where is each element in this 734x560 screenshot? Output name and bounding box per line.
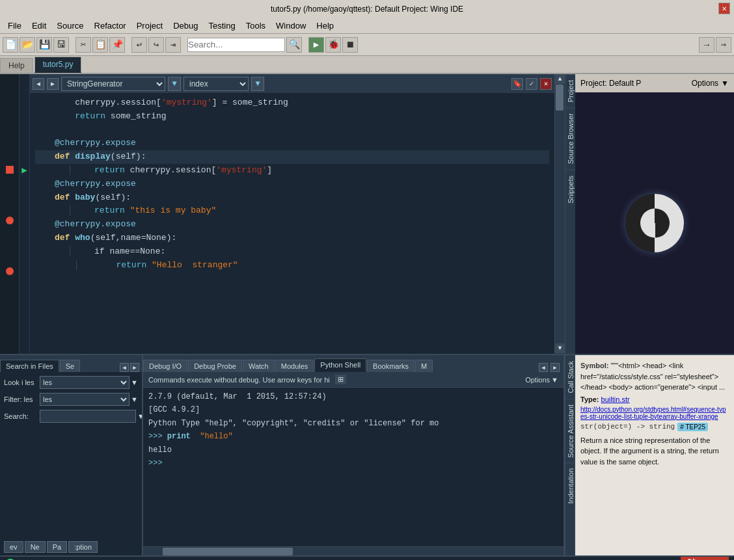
open-btn[interactable]: 📂 [20,37,35,53]
code-line [35,124,549,137]
shell-tab-prev[interactable]: ◀ [539,363,548,372]
tab-bookmarks[interactable]: Bookmarks [367,360,415,372]
step-btn[interactable]: → [699,37,714,53]
shell-options-arrow[interactable]: ▼ [551,376,558,384]
tab-python-shell[interactable]: Python Shell [314,358,366,372]
tab-debug-io[interactable]: Debug I/O [143,360,187,372]
run-btn[interactable]: ▶ [308,37,324,53]
menu-file[interactable]: File [3,20,27,32]
scroll-up-arrow[interactable]: ▲ [555,74,565,85]
new-file-btn[interactable]: 📄 [3,37,18,53]
cut-btn[interactable]: ✂ [75,37,91,53]
class-select-arrow[interactable]: ▼ [168,77,181,91]
shell-prompt-line: >>> [148,457,558,470]
code-editor[interactable]: cherrypy.session['mystring'] = some_stri… [30,94,554,354]
str-sig-row: str(object=) -> string # TEP25 [580,423,729,431]
filter-arrow[interactable]: ▼ [131,395,138,403]
window-title: tutor5.py (/home/gaoy/qttest): Default P… [271,5,463,14]
redo-btn[interactable]: ↪ [148,37,164,53]
vtab-call-stack[interactable]: Call Stack [565,355,575,399]
save-btn[interactable]: 💾 [36,37,52,53]
code-line: def display(self): [35,150,549,164]
debug-btn[interactable]: 🐞 [325,37,341,53]
wing-yin-yang [625,194,684,252]
vtab-source-browser[interactable]: Source Browser [565,107,575,169]
search-input[interactable] [40,410,136,423]
menu-refactor[interactable]: Refactor [89,20,131,32]
search-tabs: Search in Files Se ◀ ▶ [0,355,142,372]
shell-hscrollbar[interactable] [143,546,564,555]
se-tab[interactable]: Se [60,360,80,372]
nav-back[interactable]: ◀ [33,78,44,90]
options-arrow[interactable]: ▼ [721,79,729,88]
tab-debug-probe[interactable]: Debug Probe [188,360,242,372]
menu-help[interactable]: Help [311,20,339,32]
search-label-text: Search: [4,412,40,420]
search-dropdown-arrow[interactable]: ▼ [137,412,142,420]
highlight-tag: # TEP25 [677,423,708,431]
tick-icon[interactable]: ✓ [526,78,537,90]
menu-debug[interactable]: Debug [168,20,203,32]
look-in-select[interactable]: les [40,376,129,389]
python-docs-link[interactable]: http://docs.python.org/stdtypes.html#seq… [580,406,729,420]
tab-modules[interactable]: Modules [275,360,314,372]
shell-tab-next[interactable]: ▶ [550,363,560,372]
search-go-btn[interactable]: 🔍 [286,37,302,53]
scroll-down-arrow[interactable]: ▼ [555,343,565,354]
tab-help[interactable]: Help [0,58,33,73]
vtab-source-assistant[interactable]: Source Assistant [565,399,575,463]
toolbar-search[interactable] [187,38,285,52]
nav-forward[interactable]: ▶ [47,78,59,90]
stop-btn[interactable]: ⏹ [342,37,358,53]
type-link[interactable]: builtin.str [601,395,630,403]
search-in-files-tab[interactable]: Search in Files [0,360,59,372]
paste-btn[interactable]: 📌 [109,37,125,53]
tab-next-arrow[interactable]: ▶ [130,363,139,372]
shell-options-btn[interactable]: Options [525,376,550,384]
menu-tools[interactable]: Tools [241,20,271,32]
ev-btn[interactable]: ev [4,541,23,553]
shell-line: Python Type "help", "copyright", "credit… [148,417,558,430]
ption-btn[interactable]: :ption [68,541,98,553]
shell-line: hello [148,444,558,457]
nav-btn[interactable]: ⇒ [716,37,731,53]
menu-window[interactable]: Window [271,20,311,32]
options-btn[interactable]: Options [692,79,718,88]
shell-content[interactable]: 2.7.9 (default, Mar 1 2015, 12:57:24) [G… [143,388,564,546]
undo-btn[interactable]: ↩ [131,37,147,53]
tab-watch[interactable]: Watch [243,360,275,372]
tab-m[interactable]: M [415,360,433,372]
func-selector[interactable]: index [184,77,249,91]
tab-prev-arrow[interactable]: ◀ [120,363,129,372]
func-select-arrow[interactable]: ▼ [251,77,264,91]
toolbar: 📄 📂 💾 🖫 ✂ 📋 📌 ↩ ↪ ⇥ 🔍 ▶ 🐞 ⏹ → ⇒ [0,34,734,56]
menu-testing[interactable]: Testing [203,20,240,32]
ne-btn[interactable]: Ne [25,541,46,553]
pa-btn[interactable]: Pa [47,541,67,553]
project-title: Project: Default P [580,79,641,88]
vtab-project[interactable]: Project [565,74,575,107]
class-selector[interactable]: StringGenerator [61,77,165,91]
search-buttons: ev Ne Pa :ption [0,539,142,555]
close-editor-btn[interactable]: ✕ [540,78,552,90]
indent-btn[interactable]: ⇥ [165,37,181,53]
code-line: def baby(self): [35,191,549,205]
editor-scrollbar[interactable]: ▲ ▼ [554,74,565,354]
save-as-btn[interactable]: 🖫 [53,37,69,53]
shell-line: >>> print "hello" [148,430,558,443]
shell-send-icon[interactable]: ⊞ [335,375,346,384]
bookmark-icon[interactable]: 🔖 [511,78,523,90]
tab-active-file[interactable]: tutor5.py [34,57,82,73]
vtab-snippets[interactable]: Snippets [565,170,575,209]
copy-btn[interactable]: 📋 [92,37,108,53]
look-in-arrow[interactable]: ▼ [131,379,138,386]
filter-select[interactable]: les [40,393,129,406]
close-button[interactable]: ✕ [718,3,730,14]
menu-edit[interactable]: Edit [27,20,51,32]
scroll-thumb[interactable] [556,85,564,111]
vtab-indentation[interactable]: Indentation [565,462,575,509]
menu-source[interactable]: Source [51,20,88,32]
hscroll-thumb[interactable] [163,548,293,555]
menu-project[interactable]: Project [131,20,168,32]
wing-logo-bar: 胐 编程网 [681,557,729,560]
